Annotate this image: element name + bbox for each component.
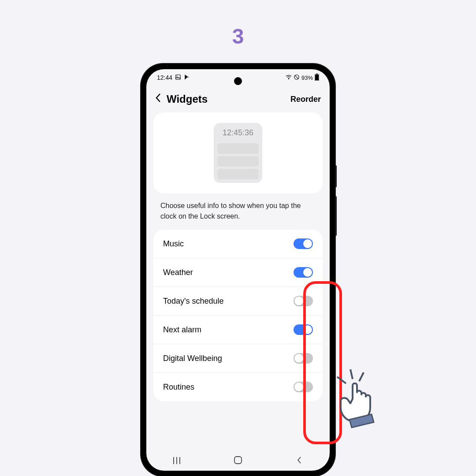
preview-row [217,143,259,154]
preview-card: 12:45:36 [153,112,323,193]
option-label: Music [163,239,184,249]
option-label: Weather [163,268,193,277]
option-row-schedule[interactable]: Today's schedule [153,287,323,316]
option-label: Next alarm [163,325,201,335]
do-not-disturb-icon [294,74,300,82]
toggle-wellbeing[interactable] [294,353,313,364]
toggle-schedule[interactable] [294,296,313,306]
option-label: Digital Wellbeing [163,354,222,363]
svg-point-1 [177,75,178,76]
phone-screen: 12:44 93% [146,69,330,471]
preview-time: 12:45:36 [217,126,259,141]
step-number: 3 [232,24,244,48]
page-title: Widgets [167,93,208,105]
options-list: Music Weather Today's schedule Next alar… [153,230,323,401]
option-label: Today's schedule [163,297,224,306]
svg-line-13 [359,372,364,381]
toggle-alarm[interactable] [294,324,313,335]
nav-home[interactable] [231,456,245,467]
camera-notch [234,77,242,85]
side-button [335,196,337,236]
toggle-music[interactable] [294,238,313,249]
option-row-alarm[interactable]: Next alarm [153,316,323,344]
option-label: Routines [163,383,194,392]
side-button [335,165,337,187]
svg-rect-6 [315,75,319,80]
option-row-routines[interactable]: Routines [153,373,323,401]
option-row-weather[interactable]: Weather [153,258,323,287]
nav-back[interactable] [293,456,306,466]
option-row-music[interactable]: Music [153,230,323,258]
nav-recents[interactable] [170,456,183,466]
battery-percent: 93% [301,74,313,81]
svg-line-12 [350,369,353,379]
image-icon [175,74,181,82]
tap-gesture-icon [328,366,394,432]
widget-preview: 12:45:36 [214,123,262,183]
svg-line-11 [337,377,346,383]
toggle-routines[interactable] [294,382,313,392]
reorder-button[interactable]: Reorder [290,95,321,104]
option-row-wellbeing[interactable]: Digital Wellbeing [153,344,323,373]
preview-row [217,156,259,167]
toggle-weather[interactable] [294,267,313,278]
wifi-icon [286,74,292,82]
svg-point-2 [288,78,289,79]
description-text: Choose useful info to show when you tap … [146,201,330,230]
play-store-icon [184,74,190,82]
back-button[interactable] [155,93,161,105]
svg-rect-0 [176,74,181,79]
nav-bar [146,451,330,471]
preview-row [217,169,259,179]
status-time: 12:44 [157,74,172,81]
battery-icon [315,74,319,82]
page-header: Widgets Reorder [146,86,330,112]
phone-frame: 12:44 93% [141,64,335,476]
svg-rect-10 [234,457,242,464]
